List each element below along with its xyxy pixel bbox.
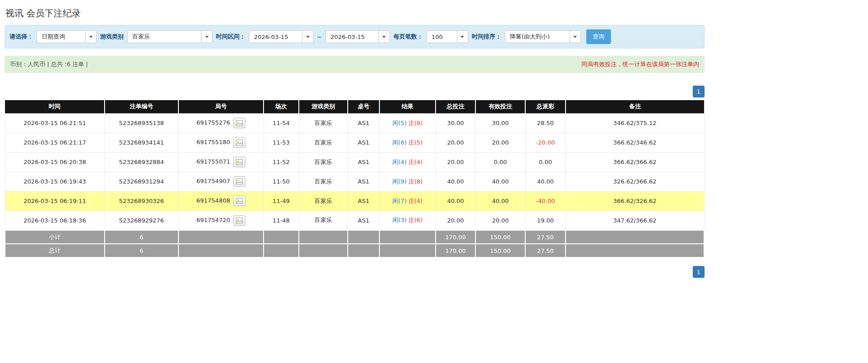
game-type-cell: 百家乐 [299, 113, 348, 133]
round-cell: 691755071 [178, 152, 264, 172]
date-range-separator: ~ [317, 34, 322, 40]
payout-cell: 40.00 [525, 172, 566, 191]
player-result: 闲(6) [393, 139, 407, 146]
date-from-input[interactable]: 2026-03-15 [249, 30, 313, 43]
player-result: 闲(4) [393, 159, 407, 165]
result-cell: 闲(3)庄(6) [379, 211, 436, 230]
table-row: 2026-03-15 06:21:51 523268935138 6917552… [5, 113, 704, 133]
note-cell: 347.62/366.62 [566, 211, 704, 230]
result-cell: 闲(7)庄(4) [379, 191, 436, 211]
header-game-type: 游戏类别 [299, 100, 348, 113]
game-type-cell: 百家乐 [299, 172, 348, 191]
search-button[interactable]: 查询 [586, 29, 611, 44]
sort-order-select[interactable]: 降冪(由大到小) [505, 30, 581, 43]
player-result: 闲(5) [393, 120, 407, 126]
banker-result: 庄(6) [408, 217, 422, 223]
subtotal-valid-bet: 150.00 [475, 230, 525, 244]
page-1-button[interactable]: 1 [693, 86, 705, 97]
time-cell: 2026-03-15 06:21:17 [5, 133, 105, 152]
bet-id-cell: 523268935138 [105, 113, 178, 133]
page-container: 视讯 会员下注纪录 请选择： 日期查询 游戏类别 百家乐 时间区间： 2026-… [5, 7, 705, 278]
game-type-cell: 百家乐 [299, 211, 348, 230]
total-valid-bet: 150.00 [475, 244, 525, 257]
round-detail-button[interactable] [233, 137, 245, 148]
chevron-down-icon[interactable] [201, 31, 212, 43]
image-icon [236, 218, 243, 223]
date-to-input[interactable]: 2026-03-15 [326, 30, 390, 43]
table-row: 2026-03-15 06:19:43 523268931294 6917549… [5, 172, 704, 191]
header-time: 时间 [5, 100, 105, 113]
round-detail-button[interactable] [233, 176, 245, 187]
page-1-button[interactable]: 1 [693, 266, 705, 278]
sort-order-value: 降冪(由大到小) [505, 31, 570, 43]
chevron-down-icon[interactable] [570, 31, 580, 43]
page-size-value: 100 [427, 31, 457, 43]
total-total-bet: 170.00 [436, 244, 475, 257]
table-no-cell: AS1 [348, 211, 379, 230]
summary-bar: 币别：人民币 | 总共 :6 注单 | 同局有效投注，统一计算在该局第一张注单内 [5, 56, 705, 73]
round-detail-button[interactable] [233, 196, 245, 206]
payout-cell: 0.00 [525, 152, 566, 172]
banker-result: 庄(8) [408, 178, 422, 185]
total-bet-cell[interactable]: 20.00 [436, 211, 475, 230]
time-cell: 2026-03-15 06:18:36 [5, 211, 105, 230]
chevron-down-icon[interactable] [379, 31, 389, 43]
total-bet-cell[interactable]: 20.00 [436, 133, 475, 152]
payout-cell: -20.00 [525, 133, 566, 152]
valid-bet-cell: 40.00 [475, 191, 525, 211]
date-from-value: 2026-03-15 [249, 31, 302, 43]
query-type-value: 日期查询 [37, 31, 85, 43]
game-type-cell: 百家乐 [299, 152, 348, 172]
round-cell: 691754720 [178, 211, 264, 230]
table-no-cell: AS1 [348, 172, 379, 191]
game-type-select[interactable]: 百家乐 [127, 30, 212, 43]
valid-bet-cell: 40.00 [475, 172, 525, 191]
total-row: 总计 6 170.00 150.00 27.50 [5, 244, 704, 257]
image-icon [236, 120, 243, 126]
table-no-cell: AS1 [348, 191, 379, 211]
result-cell: 闲(5)庄(9) [379, 113, 436, 133]
header-table-no: 桌号 [348, 100, 379, 113]
time-range-label: 时间区间： [216, 33, 245, 41]
round-detail-button[interactable] [233, 118, 245, 128]
subtotal-payout: 27.50 [525, 230, 566, 244]
bet-id-cell: 523268929276 [105, 211, 178, 230]
session-cell: 11-48 [264, 211, 299, 230]
total-bet-cell[interactable]: 20.00 [436, 152, 475, 172]
page-title: 视讯 会员下注纪录 [5, 7, 705, 19]
round-cell: 691755180 [178, 133, 264, 152]
image-icon [236, 140, 243, 145]
header-result: 结果 [379, 100, 436, 113]
session-cell: 11-52 [264, 152, 299, 172]
total-bet-cell[interactable]: 30.00 [436, 113, 475, 133]
table-row: 2026-03-15 06:18:36 523268929276 6917547… [5, 211, 704, 230]
round-number: 691755071 [197, 158, 230, 165]
subtotal-total-bet: 170.00 [436, 230, 475, 244]
table-row: 2026-03-15 06:21:17 523268934141 6917551… [5, 133, 704, 152]
banker-result: 庄(9) [408, 120, 422, 126]
note-cell: 366.62/346.62 [566, 133, 704, 152]
banker-result: 庄(4) [408, 159, 422, 165]
header-session: 场次 [264, 100, 299, 113]
image-icon [236, 179, 243, 184]
query-type-select[interactable]: 日期查询 [37, 30, 96, 43]
header-note: 备注 [566, 100, 704, 113]
payout-cell: -40.00 [525, 191, 566, 211]
total-bet-cell[interactable]: 40.00 [436, 191, 475, 211]
chevron-down-icon[interactable] [457, 31, 468, 43]
header-bet-id: 注单编号 [105, 100, 178, 113]
payout-cell: 28.50 [525, 113, 566, 133]
chevron-down-icon[interactable] [85, 31, 96, 43]
total-bet-cell[interactable]: 40.00 [436, 172, 475, 191]
chevron-down-icon[interactable] [302, 31, 313, 43]
total-label: 总计 [5, 244, 105, 257]
session-cell: 11-54 [264, 113, 299, 133]
header-total-bet: 总投注 [436, 100, 475, 113]
page-size-select[interactable]: 100 [427, 30, 468, 43]
table-header-row: 时间 注单编号 局号 场次 游戏类别 桌号 结果 总投注 有效投注 总派彩 备注 [5, 100, 704, 113]
round-detail-button[interactable] [233, 215, 245, 226]
session-cell: 11-53 [264, 133, 299, 152]
round-cell: 691754907 [178, 172, 264, 191]
round-detail-button[interactable] [233, 157, 245, 167]
banker-result: 庄(4) [408, 198, 422, 204]
